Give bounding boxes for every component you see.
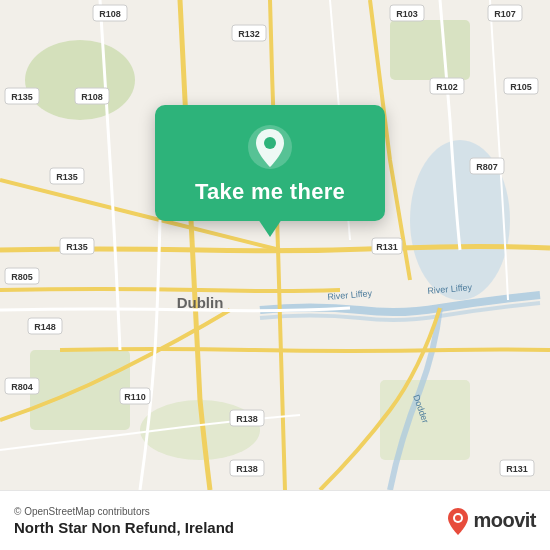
- svg-text:R108: R108: [81, 92, 103, 102]
- svg-text:R131: R131: [376, 242, 398, 252]
- svg-text:R131: R131: [506, 464, 528, 474]
- svg-point-52: [455, 515, 461, 521]
- svg-text:R105: R105: [510, 82, 532, 92]
- map-svg: R108 R103 R107 R135 R108 R102 R105 R132 …: [0, 0, 550, 490]
- svg-text:R102: R102: [436, 82, 458, 92]
- take-me-there-popup[interactable]: Take me there: [155, 105, 385, 221]
- svg-text:Dublin: Dublin: [177, 294, 224, 311]
- svg-text:R148: R148: [34, 322, 56, 332]
- svg-text:R138: R138: [236, 464, 258, 474]
- svg-point-1: [25, 40, 135, 120]
- svg-point-50: [264, 137, 276, 149]
- take-me-there-label: Take me there: [195, 179, 345, 205]
- svg-text:R135: R135: [66, 242, 88, 252]
- svg-text:R108: R108: [99, 9, 121, 19]
- svg-text:R107: R107: [494, 9, 516, 19]
- svg-rect-2: [390, 20, 470, 80]
- svg-text:R135: R135: [56, 172, 78, 182]
- svg-text:R135: R135: [11, 92, 33, 102]
- svg-text:R138: R138: [236, 414, 258, 424]
- moovit-logo: moovit: [447, 507, 536, 535]
- bottom-bar: © OpenStreetMap contributors North Star …: [0, 490, 550, 550]
- svg-text:R805: R805: [11, 272, 33, 282]
- moovit-text: moovit: [473, 509, 536, 532]
- svg-text:R132: R132: [238, 29, 260, 39]
- svg-text:R804: R804: [11, 382, 33, 392]
- moovit-pin-icon: [447, 507, 469, 535]
- location-pin-icon: [246, 123, 294, 171]
- svg-text:R103: R103: [396, 9, 418, 19]
- osm-attribution: © OpenStreetMap contributors: [14, 506, 234, 517]
- svg-text:R110: R110: [124, 392, 146, 402]
- svg-text:R807: R807: [476, 162, 498, 172]
- bottom-left: © OpenStreetMap contributors North Star …: [14, 506, 234, 536]
- location-name: North Star Non Refund, Ireland: [14, 519, 234, 536]
- map-container: R108 R103 R107 R135 R108 R102 R105 R132 …: [0, 0, 550, 490]
